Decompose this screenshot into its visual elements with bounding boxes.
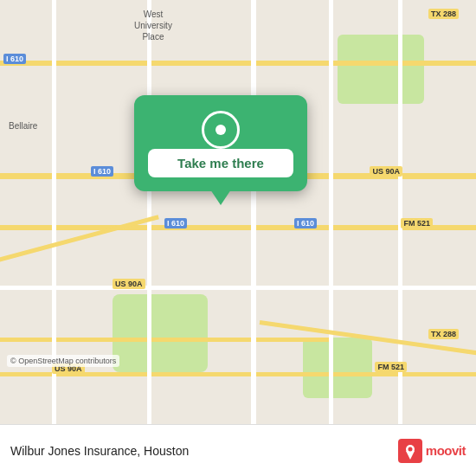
road-v2 bbox=[147, 0, 151, 424]
label-fm521-right: FM 521 bbox=[401, 218, 433, 228]
location-pin-icon bbox=[202, 111, 240, 149]
label-tx288-top: TX 288 bbox=[428, 9, 459, 19]
label-us90a-mid: US 90A bbox=[113, 279, 145, 289]
park-area-3 bbox=[338, 35, 424, 104]
bottom-bar: Wilbur Jones Insurance, Houston moovit bbox=[0, 424, 476, 476]
moovit-pin-svg bbox=[402, 442, 419, 460]
road-v4 bbox=[329, 0, 333, 424]
pin-dot bbox=[215, 125, 226, 135]
road-h1 bbox=[0, 61, 476, 66]
map-label-west-university: WestUniversityPlace bbox=[134, 9, 172, 42]
popup-card: Take me there bbox=[134, 95, 307, 191]
svg-point-2 bbox=[408, 447, 412, 451]
moovit-logo: moovit bbox=[398, 439, 466, 463]
label-us90a-right: US 90A bbox=[370, 166, 402, 177]
take-me-there-button[interactable]: Take me there bbox=[148, 149, 293, 177]
label-i610-right: I 610 bbox=[294, 218, 317, 228]
road-h4 bbox=[0, 286, 476, 290]
park-area-1 bbox=[113, 294, 208, 372]
road-h5 bbox=[0, 338, 333, 342]
map-label-bellaire: Bellaire bbox=[9, 121, 37, 131]
svg-marker-1 bbox=[406, 451, 415, 460]
location-title: Wilbur Jones Insurance, Houston bbox=[10, 444, 398, 458]
moovit-text: moovit bbox=[426, 443, 466, 458]
map-container: I 610 I 610 I 610 I 610 US 90A US 90A US… bbox=[0, 0, 476, 424]
label-i610-top-left: I 610 bbox=[3, 54, 26, 64]
copyright-text: © OpenStreetMap contributors bbox=[7, 355, 119, 367]
moovit-icon bbox=[398, 439, 422, 463]
road-v5 bbox=[398, 0, 402, 424]
road-v3 bbox=[251, 0, 256, 424]
park-area-2 bbox=[303, 338, 372, 398]
label-i610-left: I 610 bbox=[91, 166, 113, 177]
label-i610-mid: I 610 bbox=[164, 218, 187, 228]
label-fm521-bottom: FM 521 bbox=[375, 362, 407, 372]
label-tx288-right: TX 288 bbox=[428, 329, 459, 339]
